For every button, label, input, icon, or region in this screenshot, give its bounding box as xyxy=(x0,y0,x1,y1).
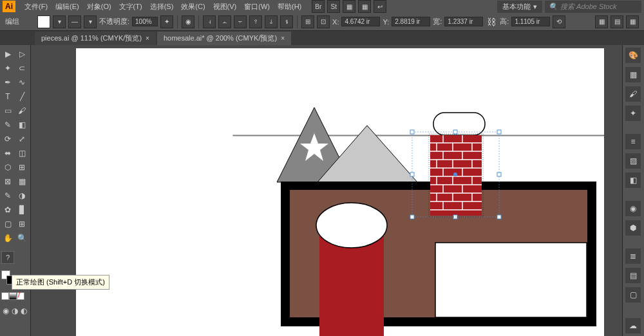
pen-tool[interactable]: ✒ xyxy=(1,76,14,89)
artwork xyxy=(76,48,604,336)
eyedropper-tool[interactable]: ✎ xyxy=(1,189,14,202)
menu-view[interactable]: 视图(V) xyxy=(209,2,241,12)
draw-normal[interactable]: ◉ xyxy=(1,306,10,315)
panel-swatches-icon[interactable]: ▦ xyxy=(625,67,641,82)
align-bottom-icon[interactable]: ⫮ xyxy=(280,15,293,28)
close-icon[interactable]: × xyxy=(281,35,285,42)
width-tool[interactable]: ⬌ xyxy=(1,147,14,160)
lasso-tool[interactable]: ⊂ xyxy=(15,62,28,75)
perspective-tool[interactable]: ⊞ xyxy=(15,161,28,174)
panel-assets-icon[interactable]: ▤ xyxy=(625,268,641,283)
align-center-h-icon[interactable]: ⫠ xyxy=(218,15,231,28)
none-mode[interactable]: / xyxy=(17,292,24,300)
tab-label: pieces.ai @ 111% (CMYK/预览) xyxy=(41,33,142,43)
shaper-tool[interactable]: ✎ xyxy=(1,118,14,131)
magic-wand-tool[interactable]: ✦ xyxy=(1,62,14,75)
gradient-mode[interactable] xyxy=(9,292,17,300)
mesh-tool[interactable]: ⊠ xyxy=(1,175,14,188)
workspace-switcher[interactable]: 基本功能 ▾ xyxy=(497,1,542,13)
scale-tool[interactable]: ⤢ xyxy=(15,133,28,145)
draw-inside[interactable]: ◐ xyxy=(19,306,28,315)
stroke-swatch[interactable]: ▾ xyxy=(53,15,66,28)
style-icon[interactable]: ✦ xyxy=(160,15,173,28)
type-tool[interactable]: T xyxy=(1,90,14,103)
selection-tool[interactable]: ▶ xyxy=(1,48,14,61)
direct-selection-tool[interactable]: ▷ xyxy=(15,48,28,61)
menu-object[interactable]: 对象(O) xyxy=(83,2,115,12)
gradient-tool[interactable]: ▦ xyxy=(15,175,28,188)
transform-icon[interactable]: ⊞ xyxy=(301,15,314,28)
svg-rect-35 xyxy=(453,130,457,134)
menu-effect[interactable]: 效果(C) xyxy=(177,2,209,12)
h-input[interactable] xyxy=(511,17,550,26)
rotate-icon[interactable]: ⟲ xyxy=(553,15,565,28)
hand-tool[interactable]: ✋ xyxy=(1,232,14,245)
arrange-icon-1[interactable]: ▦ xyxy=(595,15,608,28)
align-center-v-icon[interactable]: ⫰ xyxy=(265,15,278,28)
y-input[interactable] xyxy=(392,17,430,26)
paintbrush-tool[interactable]: 🖌 xyxy=(15,104,28,117)
panel-gradient-icon[interactable]: ▨ xyxy=(625,153,641,169)
zoom-tool[interactable]: 🔍 xyxy=(15,232,28,245)
panel-appearance-icon[interactable]: ◉ xyxy=(625,201,641,216)
tools-panel: ▶▷ ✦⊂ ✒∿ T╱ ▭🖌 ✎◧ ⟳⤢ ⬌◫ ⬡⊞ ⊠▦ ✎◑ ✿▊ ▢⊞ ✋… xyxy=(0,45,31,336)
recolor-icon[interactable]: ◉ xyxy=(182,15,194,28)
panel-stroke-icon[interactable]: ≡ xyxy=(625,134,641,149)
help-button[interactable]: ? xyxy=(1,251,14,264)
line-tool[interactable]: ╱ xyxy=(15,90,28,103)
menu-help[interactable]: 帮助(H) xyxy=(274,2,305,12)
symbol-sprayer-tool[interactable]: ✿ xyxy=(1,203,14,216)
canvas[interactable] xyxy=(31,45,622,336)
align-left-icon[interactable]: ⫞ xyxy=(203,15,216,28)
close-icon[interactable]: × xyxy=(146,35,149,42)
panel-brushes-icon[interactable]: 🖌 xyxy=(625,86,641,102)
link-icon[interactable]: ⛓ xyxy=(486,17,497,27)
panel-graphic-styles-icon[interactable]: ⬢ xyxy=(625,220,641,236)
opacity-input[interactable] xyxy=(132,17,158,26)
white-window xyxy=(435,243,587,317)
color-mode[interactable] xyxy=(1,292,9,300)
tab-homesale[interactable]: homesale.ai* @ 200% (CMYK/预览) × xyxy=(157,32,291,45)
artboard-tool[interactable]: ▢ xyxy=(1,218,14,230)
arrange-icon-2[interactable]: ▤ xyxy=(611,15,623,28)
document-tabs: pieces.ai @ 111% (CMYK/预览) × homesale.ai… xyxy=(0,31,644,45)
menu-window[interactable]: 窗口(W) xyxy=(240,2,274,12)
menu-text[interactable]: 文字(T) xyxy=(115,2,146,12)
menubar-icon-1[interactable]: Br xyxy=(312,0,325,13)
graph-tool[interactable]: ▊ xyxy=(15,203,28,216)
fill-swatch[interactable] xyxy=(37,15,50,28)
menubar-icon-4[interactable]: ▦ xyxy=(358,0,371,13)
panel-color-icon[interactable]: 🎨 xyxy=(625,48,641,63)
stroke-icon[interactable]: — xyxy=(68,15,81,28)
free-transform-tool[interactable]: ◫ xyxy=(15,147,28,160)
panel-artboards-icon[interactable]: ▢ xyxy=(625,287,641,303)
menu-file[interactable]: 文件(F) xyxy=(21,2,52,12)
rectangle-tool[interactable]: ▭ xyxy=(1,104,14,117)
eraser-tool[interactable]: ◧ xyxy=(15,118,28,131)
svg-rect-38 xyxy=(497,173,501,176)
curvature-tool[interactable]: ∿ xyxy=(15,76,28,89)
menubar-icon-3[interactable]: ▦ xyxy=(343,0,355,13)
tab-pieces[interactable]: pieces.ai @ 111% (CMYK/预览) × xyxy=(35,32,156,45)
blend-tool[interactable]: ◑ xyxy=(15,189,28,202)
transform-icon-2[interactable]: ⊡ xyxy=(317,15,330,28)
shape-builder-tool[interactable]: ⬡ xyxy=(1,161,14,174)
menu-select[interactable]: 选择(S) xyxy=(146,2,178,12)
align-top-icon[interactable]: ⫯ xyxy=(249,15,262,28)
arrange-icon-3[interactable]: ▦ xyxy=(626,15,639,28)
panel-symbols-icon[interactable]: ✦ xyxy=(625,106,641,121)
panel-libraries-icon[interactable]: ☁ xyxy=(625,318,641,333)
x-input[interactable] xyxy=(341,17,380,26)
w-input[interactable] xyxy=(444,17,483,26)
search-box[interactable]: 🔍 搜索 Adobe Stock xyxy=(545,1,641,13)
slice-tool[interactable]: ⊞ xyxy=(15,218,28,230)
align-right-icon[interactable]: ⫟ xyxy=(234,15,247,28)
stroke-width[interactable]: ▾ xyxy=(84,15,97,28)
menubar-icon-5[interactable]: ↩ xyxy=(374,0,386,13)
rotate-tool[interactable]: ⟳ xyxy=(1,133,14,145)
menubar-icon-2[interactable]: St xyxy=(327,0,340,13)
draw-behind[interactable]: ◑ xyxy=(10,306,19,315)
panel-layers-icon[interactable]: ≣ xyxy=(625,248,641,264)
panel-transparency-icon[interactable]: ◧ xyxy=(625,173,641,188)
menu-edit[interactable]: 编辑(E) xyxy=(52,2,83,12)
